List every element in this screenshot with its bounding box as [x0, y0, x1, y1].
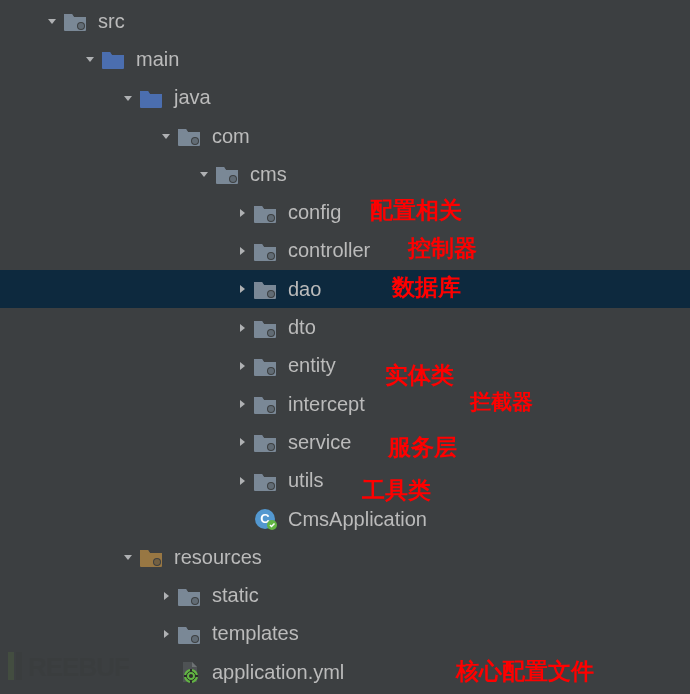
svg-point-11 — [268, 291, 274, 297]
tree-item-label: config — [288, 201, 341, 224]
svg-point-21 — [268, 483, 274, 489]
svg-point-37 — [189, 674, 193, 678]
expand-arrow-icon[interactable] — [232, 436, 252, 448]
tree-item-entity[interactable]: entity — [0, 347, 690, 385]
svg-point-9 — [268, 253, 274, 259]
tree-item-label: application.yml — [212, 661, 344, 684]
expand-arrow-icon[interactable] — [42, 15, 62, 27]
tree-item-CmsApplication[interactable]: C CmsApplication — [0, 500, 690, 538]
folder-source-icon — [100, 47, 126, 71]
folder-module-icon — [252, 392, 278, 416]
tree-item-label: service — [288, 431, 351, 454]
tree-item-src[interactable]: src — [0, 2, 690, 40]
expand-arrow-icon[interactable] — [156, 628, 176, 640]
folder-module-icon — [252, 201, 278, 225]
expand-arrow-icon[interactable] — [232, 245, 252, 257]
tree-item-label: resources — [174, 546, 262, 569]
svg-point-1 — [78, 23, 84, 29]
tree-item-dto[interactable]: dto — [0, 308, 690, 346]
folder-module-icon — [176, 124, 202, 148]
expand-arrow-icon[interactable] — [80, 53, 100, 65]
tree-item-label: java — [174, 86, 211, 109]
expand-arrow-icon[interactable] — [232, 283, 252, 295]
tree-item-utils[interactable]: utils — [0, 462, 690, 500]
tree-item-static[interactable]: static — [0, 576, 690, 614]
folder-module-icon — [252, 316, 278, 340]
folder-module-icon — [214, 162, 240, 186]
tree-item-application-yml[interactable]: application.yml — [0, 653, 690, 691]
svg-point-17 — [268, 406, 274, 412]
tree-item-label: templates — [212, 622, 299, 645]
config-file-icon — [176, 660, 202, 684]
tree-item-intercept[interactable]: intercept — [0, 385, 690, 423]
svg-point-13 — [268, 330, 274, 336]
expand-arrow-icon[interactable] — [232, 475, 252, 487]
expand-arrow-icon[interactable] — [232, 322, 252, 334]
svg-rect-35 — [184, 675, 187, 677]
svg-point-26 — [154, 559, 160, 565]
svg-point-3 — [192, 138, 198, 144]
expand-arrow-icon[interactable] — [232, 360, 252, 372]
tree-item-label: cms — [250, 163, 287, 186]
tree-item-label: utils — [288, 469, 324, 492]
tree-item-resources[interactable]: resources — [0, 538, 690, 576]
tree-item-label: CmsApplication — [288, 508, 427, 531]
folder-module-icon — [176, 584, 202, 608]
expand-arrow-icon[interactable] — [232, 207, 252, 219]
tree-item-label: dto — [288, 316, 316, 339]
tree-item-label: main — [136, 48, 179, 71]
svg-point-28 — [192, 598, 198, 604]
folder-module-icon — [252, 239, 278, 263]
folder-module-icon — [252, 354, 278, 378]
expand-arrow-icon[interactable] — [118, 92, 138, 104]
tree-item-dao[interactable]: dao — [0, 270, 690, 308]
tree-item-label: entity — [288, 354, 336, 377]
folder-module-icon — [62, 9, 88, 33]
tree-item-cms[interactable]: cms — [0, 155, 690, 193]
folder-module-icon — [176, 622, 202, 646]
expand-arrow-icon[interactable] — [194, 168, 214, 180]
svg-rect-36 — [195, 675, 198, 677]
svg-point-7 — [268, 215, 274, 221]
tree-item-java[interactable]: java — [0, 79, 690, 117]
folder-module-icon — [252, 277, 278, 301]
expand-arrow-icon[interactable] — [156, 590, 176, 602]
tree-item-label: intercept — [288, 393, 365, 416]
svg-point-30 — [192, 636, 198, 642]
svg-rect-34 — [190, 680, 192, 683]
tree-item-label: dao — [288, 278, 321, 301]
tree-item-service[interactable]: service — [0, 423, 690, 461]
expand-arrow-icon[interactable] — [232, 398, 252, 410]
tree-item-controller[interactable]: controller — [0, 232, 690, 270]
tree-item-com[interactable]: com — [0, 117, 690, 155]
tree-item-templates[interactable]: templates — [0, 615, 690, 653]
folder-module-icon — [252, 430, 278, 454]
expand-arrow-icon[interactable] — [118, 551, 138, 563]
folder-resource-icon — [138, 545, 164, 569]
folder-module-icon — [252, 469, 278, 493]
svg-point-15 — [268, 368, 274, 374]
svg-point-5 — [230, 176, 236, 182]
tree-item-main[interactable]: main — [0, 40, 690, 78]
tree-item-label: static — [212, 584, 259, 607]
folder-source-icon — [138, 86, 164, 110]
tree-item-label: controller — [288, 239, 370, 262]
svg-rect-33 — [190, 669, 192, 672]
expand-arrow-icon[interactable] — [156, 130, 176, 142]
class-file-icon: C — [252, 507, 278, 531]
tree-item-label: src — [98, 10, 125, 33]
tree-item-config[interactable]: config — [0, 193, 690, 231]
svg-point-19 — [268, 444, 274, 450]
tree-item-label: com — [212, 125, 250, 148]
